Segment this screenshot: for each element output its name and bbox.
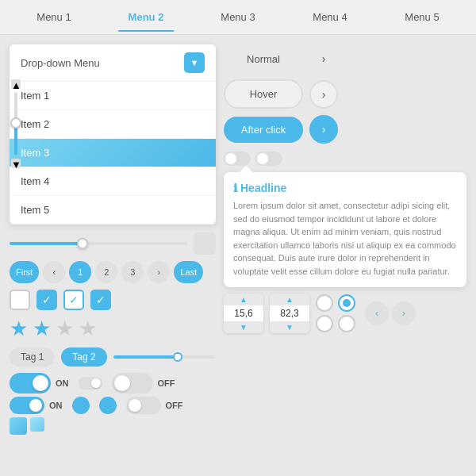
checkbox-3[interactable]: ✓ — [63, 290, 84, 310]
v-slider-track[interactable] — [14, 92, 17, 155]
button-row-active: After click › — [224, 115, 466, 144]
toggle-label-on-2: ON — [49, 401, 63, 410]
radio-row-2 — [316, 315, 355, 332]
dropdown-header[interactable]: Drop-down Menu ▼ — [10, 44, 216, 82]
checkbox-2[interactable]: ✓ — [36, 290, 57, 310]
dropdown-item-1[interactable]: Item 1 — [10, 82, 216, 110]
toggle-off-2: OFF — [126, 397, 183, 414]
toggle-label-off-1: OFF — [158, 378, 175, 388]
checkbox-4[interactable]: ✓ — [90, 290, 111, 310]
radio-dot-2 — [343, 299, 351, 307]
dropdown-item-2[interactable]: Item 2 — [10, 110, 216, 139]
vertical-slider-container: ▲ ▼ — [11, 79, 21, 168]
stepper-2-down[interactable]: ▼ — [270, 321, 309, 333]
tag-2[interactable]: Tag 2 — [61, 347, 106, 367]
dropdown-label: Drop-down Menu — [21, 57, 100, 69]
toggle-track-off-1[interactable] — [112, 373, 153, 393]
star-1[interactable]: ★ — [10, 317, 28, 341]
toggle-thumb-on-2 — [29, 399, 42, 412]
button-icon-hover[interactable]: › — [309, 80, 338, 109]
stepper-1-up[interactable]: ▲ — [224, 294, 263, 305]
small-toggle-thumb-2 — [225, 153, 236, 164]
star-3[interactable]: ★ — [56, 317, 74, 341]
radio-1[interactable] — [316, 294, 333, 312]
slider-container — [10, 232, 216, 255]
pagination-prev[interactable]: ‹ — [43, 261, 65, 283]
v-slider-fill — [14, 124, 17, 155]
v-slider-down[interactable]: ▼ — [11, 159, 21, 168]
toggle-track-on-1[interactable] — [10, 373, 51, 393]
radio-3[interactable] — [316, 315, 333, 332]
toggle-track-off-2[interactable] — [126, 397, 161, 414]
slider-track[interactable] — [10, 242, 187, 245]
pagination-next[interactable]: › — [148, 261, 170, 283]
tooltip-card: ℹ Headline Lorem ipsum dolor sit amet, c… — [224, 172, 466, 287]
nav-left-arrow[interactable]: ‹ — [365, 301, 389, 325]
menu-bar: Menu 1 Menu 2 Menu 3 Menu 4 Menu 5 — [0, 0, 476, 35]
button-group: Normal › Hover › After click › — [224, 44, 466, 144]
radio-4[interactable] — [338, 315, 355, 332]
toggle-thumb-off-2 — [129, 399, 141, 412]
v-slider-up[interactable]: ▲ — [11, 79, 21, 89]
pagination-page-2[interactable]: 2 — [95, 261, 117, 283]
menu-item-4[interactable]: Menu 4 — [284, 3, 376, 31]
small-toggle-2[interactable] — [224, 152, 251, 166]
pagination-page-3[interactable]: 3 — [121, 261, 144, 283]
toggle-thumb-on-1 — [33, 375, 48, 391]
button-icon-normal[interactable]: › — [309, 44, 338, 73]
menu-item-3[interactable]: Menu 3 — [192, 3, 284, 31]
checkbox-1[interactable] — [10, 290, 30, 310]
pagination-page-1[interactable]: 1 — [69, 261, 91, 283]
toggle-track-on-2[interactable] — [10, 397, 44, 414]
dropdown-menu: Drop-down Menu ▼ Item 1 Item 2 Item 3 It… — [10, 44, 216, 225]
circle-btn-blue[interactable] — [72, 397, 90, 414]
button-row-normal: Normal › — [224, 44, 466, 73]
tag-1[interactable]: Tag 1 — [10, 347, 55, 367]
stepper-2-value: 82,3 — [270, 305, 309, 321]
stepper-1-down[interactable]: ▼ — [224, 321, 263, 333]
vertical-slider: ▲ ▼ — [11, 79, 21, 168]
tooltip-text: Lorem ipsum dolor sit amet, consectetur … — [233, 199, 457, 278]
nav-right-arrow[interactable]: › — [392, 301, 416, 325]
menu-item-1[interactable]: Menu 1 — [8, 3, 100, 31]
bottom-controls: ▲ 15,6 ▼ ▲ 82,3 ▼ — [224, 294, 466, 333]
star-2[interactable]: ★ — [33, 317, 51, 341]
toggle-label-on-1: ON — [56, 378, 69, 388]
button-active[interactable]: After click — [224, 117, 303, 143]
button-hover[interactable]: Hover — [224, 79, 303, 109]
v-slider-thumb[interactable] — [10, 117, 21, 129]
tooltip-headline: ℹ Headline — [233, 182, 457, 194]
blue-square-2 — [30, 417, 44, 432]
dropdown-item-3[interactable]: Item 3 — [10, 139, 216, 167]
blue-square-1 — [10, 417, 27, 435]
stepper-2-up[interactable]: ▲ — [270, 294, 309, 305]
checkboxes: ✓ ✓ ✓ — [10, 290, 216, 310]
slider-value-box — [194, 232, 216, 255]
toggle-row-2: ON OFF — [10, 397, 216, 414]
dropdown-arrow-icon[interactable]: ▼ — [184, 52, 205, 73]
range-thumb[interactable] — [173, 352, 182, 362]
dropdown-item-5[interactable]: Item 5 — [10, 196, 216, 225]
blue-squares — [10, 417, 216, 435]
toggle-label-off-2: OFF — [166, 401, 183, 410]
slider-thumb[interactable] — [77, 238, 88, 249]
star-4[interactable]: ★ — [79, 317, 97, 341]
radio-2[interactable] — [338, 294, 355, 312]
dropdown-item-4[interactable]: Item 4 — [10, 167, 216, 196]
range-slider-container[interactable] — [113, 355, 216, 359]
small-toggle-1[interactable] — [79, 377, 102, 390]
button-icon-active[interactable]: › — [309, 115, 338, 144]
headline-text: Headline — [240, 182, 286, 194]
toggle-off-1: OFF — [112, 373, 175, 393]
menu-item-5[interactable]: Menu 5 — [376, 3, 468, 31]
menu-item-2[interactable]: Menu 2 — [100, 3, 192, 31]
pagination-first[interactable]: First — [10, 261, 39, 283]
small-toggle-3[interactable] — [255, 152, 282, 166]
nav-arrows-group: ‹ › — [365, 301, 416, 325]
button-normal[interactable]: Normal — [224, 46, 303, 72]
circle-btn-blue-2[interactable] — [99, 397, 117, 414]
pagination-last[interactable]: Last — [174, 261, 203, 283]
range-slider[interactable] — [113, 355, 216, 359]
nav-arrows-row: ‹ › — [365, 301, 416, 325]
main-content: Drop-down Menu ▼ Item 1 Item 2 Item 3 It… — [0, 35, 476, 476]
